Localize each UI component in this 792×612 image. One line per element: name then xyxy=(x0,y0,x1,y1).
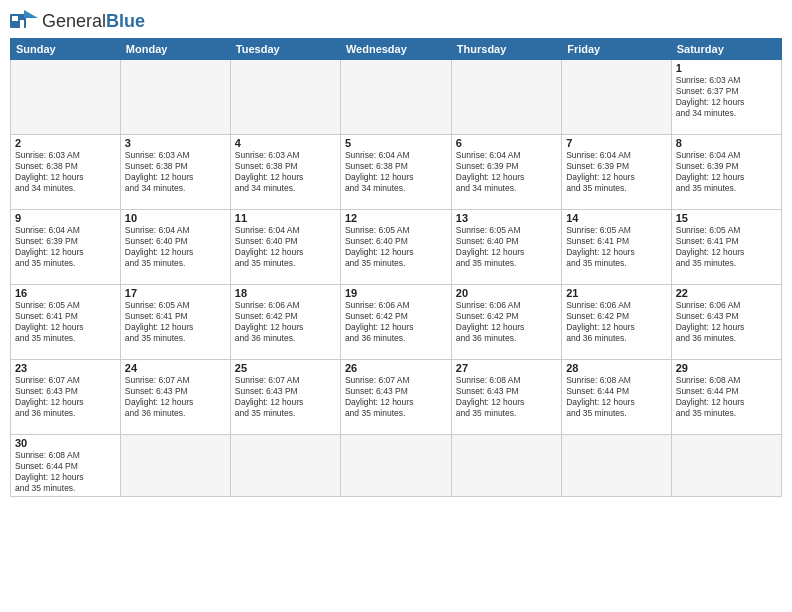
day-info: Sunrise: 6:04 AM Sunset: 6:40 PM Dayligh… xyxy=(125,225,226,269)
calendar-cell: 3Sunrise: 6:03 AM Sunset: 6:38 PM Daylig… xyxy=(120,135,230,210)
day-number: 1 xyxy=(676,62,777,74)
calendar-cell: 12Sunrise: 6:05 AM Sunset: 6:40 PM Dayli… xyxy=(340,210,451,285)
logo-text: GeneralBlue xyxy=(42,11,145,32)
day-number: 8 xyxy=(676,137,777,149)
calendar-cell xyxy=(120,435,230,497)
day-number: 9 xyxy=(15,212,116,224)
weekday-header-wednesday: Wednesday xyxy=(340,39,451,60)
day-info: Sunrise: 6:04 AM Sunset: 6:39 PM Dayligh… xyxy=(676,150,777,194)
day-info: Sunrise: 6:08 AM Sunset: 6:44 PM Dayligh… xyxy=(15,450,116,494)
day-number: 12 xyxy=(345,212,447,224)
day-number: 11 xyxy=(235,212,336,224)
calendar-cell: 11Sunrise: 6:04 AM Sunset: 6:40 PM Dayli… xyxy=(230,210,340,285)
calendar-cell: 10Sunrise: 6:04 AM Sunset: 6:40 PM Dayli… xyxy=(120,210,230,285)
weekday-header-sunday: Sunday xyxy=(11,39,121,60)
day-info: Sunrise: 6:04 AM Sunset: 6:39 PM Dayligh… xyxy=(15,225,116,269)
header: GeneralBlue xyxy=(10,10,782,32)
day-number: 30 xyxy=(15,437,116,449)
day-number: 16 xyxy=(15,287,116,299)
day-number: 10 xyxy=(125,212,226,224)
day-info: Sunrise: 6:08 AM Sunset: 6:44 PM Dayligh… xyxy=(566,375,667,419)
day-number: 19 xyxy=(345,287,447,299)
weekday-header-monday: Monday xyxy=(120,39,230,60)
day-info: Sunrise: 6:03 AM Sunset: 6:37 PM Dayligh… xyxy=(676,75,777,119)
calendar-cell xyxy=(230,435,340,497)
calendar-cell xyxy=(451,435,561,497)
calendar-cell: 27Sunrise: 6:08 AM Sunset: 6:43 PM Dayli… xyxy=(451,360,561,435)
day-number: 14 xyxy=(566,212,667,224)
day-info: Sunrise: 6:05 AM Sunset: 6:40 PM Dayligh… xyxy=(456,225,557,269)
calendar-cell: 15Sunrise: 6:05 AM Sunset: 6:41 PM Dayli… xyxy=(671,210,781,285)
day-info: Sunrise: 6:06 AM Sunset: 6:43 PM Dayligh… xyxy=(676,300,777,344)
calendar-cell xyxy=(120,60,230,135)
calendar-cell: 5Sunrise: 6:04 AM Sunset: 6:38 PM Daylig… xyxy=(340,135,451,210)
calendar-cell: 21Sunrise: 6:06 AM Sunset: 6:42 PM Dayli… xyxy=(562,285,672,360)
calendar-cell: 6Sunrise: 6:04 AM Sunset: 6:39 PM Daylig… xyxy=(451,135,561,210)
day-number: 26 xyxy=(345,362,447,374)
day-number: 3 xyxy=(125,137,226,149)
calendar-cell: 26Sunrise: 6:07 AM Sunset: 6:43 PM Dayli… xyxy=(340,360,451,435)
calendar-cell xyxy=(671,435,781,497)
day-info: Sunrise: 6:04 AM Sunset: 6:39 PM Dayligh… xyxy=(456,150,557,194)
day-number: 6 xyxy=(456,137,557,149)
weekday-header-row: SundayMondayTuesdayWednesdayThursdayFrid… xyxy=(11,39,782,60)
day-number: 7 xyxy=(566,137,667,149)
calendar-cell: 2Sunrise: 6:03 AM Sunset: 6:38 PM Daylig… xyxy=(11,135,121,210)
calendar-cell xyxy=(562,435,672,497)
weekday-header-tuesday: Tuesday xyxy=(230,39,340,60)
calendar-cell: 4Sunrise: 6:03 AM Sunset: 6:38 PM Daylig… xyxy=(230,135,340,210)
svg-rect-2 xyxy=(12,16,18,21)
calendar-week-5: 23Sunrise: 6:07 AM Sunset: 6:43 PM Dayli… xyxy=(11,360,782,435)
day-info: Sunrise: 6:07 AM Sunset: 6:43 PM Dayligh… xyxy=(15,375,116,419)
calendar-cell: 22Sunrise: 6:06 AM Sunset: 6:43 PM Dayli… xyxy=(671,285,781,360)
calendar-week-2: 2Sunrise: 6:03 AM Sunset: 6:38 PM Daylig… xyxy=(11,135,782,210)
calendar-cell: 18Sunrise: 6:06 AM Sunset: 6:42 PM Dayli… xyxy=(230,285,340,360)
calendar-cell xyxy=(562,60,672,135)
calendar-cell: 17Sunrise: 6:05 AM Sunset: 6:41 PM Dayli… xyxy=(120,285,230,360)
day-number: 25 xyxy=(235,362,336,374)
day-info: Sunrise: 6:08 AM Sunset: 6:44 PM Dayligh… xyxy=(676,375,777,419)
day-number: 13 xyxy=(456,212,557,224)
calendar-week-1: 1Sunrise: 6:03 AM Sunset: 6:37 PM Daylig… xyxy=(11,60,782,135)
day-info: Sunrise: 6:04 AM Sunset: 6:38 PM Dayligh… xyxy=(345,150,447,194)
generalblue-logo-icon xyxy=(10,10,38,32)
day-info: Sunrise: 6:06 AM Sunset: 6:42 PM Dayligh… xyxy=(566,300,667,344)
day-number: 23 xyxy=(15,362,116,374)
day-info: Sunrise: 6:06 AM Sunset: 6:42 PM Dayligh… xyxy=(235,300,336,344)
day-number: 21 xyxy=(566,287,667,299)
calendar-cell: 13Sunrise: 6:05 AM Sunset: 6:40 PM Dayli… xyxy=(451,210,561,285)
svg-marker-1 xyxy=(24,10,38,18)
day-number: 28 xyxy=(566,362,667,374)
day-number: 27 xyxy=(456,362,557,374)
calendar-cell: 1Sunrise: 6:03 AM Sunset: 6:37 PM Daylig… xyxy=(671,60,781,135)
calendar-cell xyxy=(340,60,451,135)
calendar-week-4: 16Sunrise: 6:05 AM Sunset: 6:41 PM Dayli… xyxy=(11,285,782,360)
calendar-cell: 7Sunrise: 6:04 AM Sunset: 6:39 PM Daylig… xyxy=(562,135,672,210)
day-info: Sunrise: 6:05 AM Sunset: 6:41 PM Dayligh… xyxy=(125,300,226,344)
calendar-cell: 16Sunrise: 6:05 AM Sunset: 6:41 PM Dayli… xyxy=(11,285,121,360)
day-info: Sunrise: 6:04 AM Sunset: 6:40 PM Dayligh… xyxy=(235,225,336,269)
day-info: Sunrise: 6:07 AM Sunset: 6:43 PM Dayligh… xyxy=(345,375,447,419)
day-info: Sunrise: 6:03 AM Sunset: 6:38 PM Dayligh… xyxy=(235,150,336,194)
calendar-cell: 14Sunrise: 6:05 AM Sunset: 6:41 PM Dayli… xyxy=(562,210,672,285)
calendar-cell: 30Sunrise: 6:08 AM Sunset: 6:44 PM Dayli… xyxy=(11,435,121,497)
calendar-cell xyxy=(451,60,561,135)
calendar-cell: 28Sunrise: 6:08 AM Sunset: 6:44 PM Dayli… xyxy=(562,360,672,435)
calendar-cell xyxy=(340,435,451,497)
calendar-cell: 19Sunrise: 6:06 AM Sunset: 6:42 PM Dayli… xyxy=(340,285,451,360)
day-number: 5 xyxy=(345,137,447,149)
day-number: 22 xyxy=(676,287,777,299)
day-number: 20 xyxy=(456,287,557,299)
calendar-cell: 29Sunrise: 6:08 AM Sunset: 6:44 PM Dayli… xyxy=(671,360,781,435)
day-info: Sunrise: 6:08 AM Sunset: 6:43 PM Dayligh… xyxy=(456,375,557,419)
day-info: Sunrise: 6:04 AM Sunset: 6:39 PM Dayligh… xyxy=(566,150,667,194)
day-info: Sunrise: 6:06 AM Sunset: 6:42 PM Dayligh… xyxy=(456,300,557,344)
weekday-header-saturday: Saturday xyxy=(671,39,781,60)
weekday-header-friday: Friday xyxy=(562,39,672,60)
calendar-cell: 8Sunrise: 6:04 AM Sunset: 6:39 PM Daylig… xyxy=(671,135,781,210)
calendar-cell xyxy=(11,60,121,135)
day-number: 18 xyxy=(235,287,336,299)
day-number: 24 xyxy=(125,362,226,374)
day-info: Sunrise: 6:03 AM Sunset: 6:38 PM Dayligh… xyxy=(125,150,226,194)
day-info: Sunrise: 6:07 AM Sunset: 6:43 PM Dayligh… xyxy=(235,375,336,419)
